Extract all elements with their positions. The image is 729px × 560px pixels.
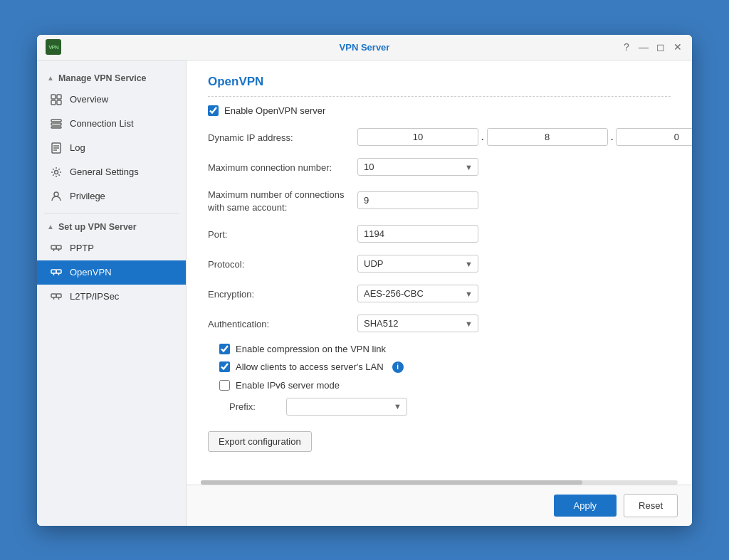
authentication-select[interactable]: SHA512 SHA256 SHA1 MD5 — [357, 315, 478, 332]
allow-clients-checkbox[interactable] — [219, 361, 230, 372]
svg-rect-18 — [56, 270, 61, 273]
window-title: VPN Server — [340, 42, 390, 53]
max-same-account-label: Maximum number of connections with same … — [208, 187, 357, 214]
enable-openvpn-label: Enable OpenVPN server — [224, 105, 325, 116]
authentication-group: Authentication: SHA512 SHA256 SHA1 MD5 ▼ — [208, 314, 671, 334]
enable-ipv6-label: Enable IPv6 server mode — [236, 380, 340, 391]
sidebar-label-connection: Connection List — [70, 118, 134, 129]
sidebar-label-l2tp: L2TP/IPSec — [70, 291, 119, 302]
authentication-select-wrapper: SHA512 SHA256 SHA1 MD5 ▼ — [357, 315, 478, 332]
setup-vpn-section: ▲ Set up VPN Server — [37, 218, 186, 236]
openvpn-icon — [50, 266, 63, 279]
ip-part-1[interactable] — [357, 128, 478, 146]
logo-icon: VPN — [46, 39, 61, 55]
max-same-account-input[interactable] — [357, 191, 478, 209]
svg-rect-13 — [51, 245, 56, 249]
sidebar-label-pptp: PPTP — [70, 243, 94, 253]
sidebar-label-openvpn: OpenVPN — [70, 267, 112, 278]
settings-icon — [50, 166, 63, 179]
ipv6-row: Enable IPv6 server mode — [208, 380, 671, 391]
chevron-icon: ▲ — [47, 74, 54, 82]
svg-rect-3 — [57, 100, 61, 105]
sidebar-item-openvpn[interactable]: OpenVPN — [37, 260, 186, 285]
help-button[interactable]: ? — [621, 41, 632, 53]
window-controls: ? — ◻ ✕ — [621, 41, 683, 53]
enable-openvpn-row: Enable OpenVPN server — [208, 105, 671, 116]
main-content: OpenVPN Enable OpenVPN server Dynamic IP… — [187, 60, 692, 526]
port-label: Port: — [208, 228, 357, 240]
max-connections-select[interactable]: 10 20 50 100 — [357, 158, 478, 176]
sidebar-item-l2tp[interactable]: L2TP/IPSec — [37, 285, 186, 309]
dynamic-ip-label: Dynamic IP address: — [208, 131, 357, 143]
enable-compression-checkbox[interactable] — [219, 344, 230, 354]
setup-vpn-label: Set up VPN Server — [58, 222, 137, 232]
sidebar-item-connection-list[interactable]: Connection List — [37, 112, 186, 136]
svg-rect-22 — [56, 294, 61, 297]
ip-dot-1: . — [481, 132, 484, 142]
export-configuration-button[interactable]: Export configuration — [208, 431, 312, 452]
allow-clients-info-icon[interactable]: i — [392, 361, 404, 373]
pptp-icon — [50, 242, 63, 255]
connection-icon — [50, 117, 63, 130]
max-connections-group: Maximum connection number: 10 20 50 100 … — [208, 157, 671, 177]
log-icon — [50, 142, 63, 154]
sidebar-divider — [44, 213, 179, 213]
port-input[interactable] — [357, 225, 478, 243]
svg-rect-17 — [51, 270, 56, 273]
encryption-group: Encryption: AES-256-CBC AES-128-CBC Blow… — [208, 284, 671, 304]
sidebar-label-log: Log — [70, 142, 85, 153]
svg-rect-21 — [51, 294, 56, 297]
svg-point-11 — [55, 170, 58, 174]
encryption-label: Encryption: — [208, 287, 357, 300]
max-same-account-group: Maximum number of connections with same … — [208, 187, 671, 214]
port-group: Port: — [208, 224, 671, 244]
sidebar-label-privilege: Privilege — [70, 191, 105, 201]
chevron-setup-icon: ▲ — [47, 223, 54, 231]
svg-point-12 — [54, 192, 58, 196]
footer-bar: Apply Reset — [187, 485, 692, 526]
sidebar-item-log[interactable]: Log — [37, 136, 186, 160]
svg-rect-6 — [51, 127, 61, 128]
sidebar-label-general-settings: General Settings — [70, 167, 139, 177]
manage-vpn-label: Manage VPN Service — [58, 73, 147, 83]
vpn-server-window: VPN VPN Server ? — ◻ ✕ ▲ Manage VPN Serv… — [37, 35, 692, 526]
app-body: ▲ Manage VPN Service Overview — [37, 60, 692, 526]
prefix-select-wrapper: ▼ — [286, 398, 407, 416]
sidebar-item-general-settings[interactable]: General Settings — [37, 160, 186, 184]
reset-button[interactable]: Reset — [624, 494, 678, 517]
dynamic-ip-group: Dynamic IP address: . . . 1 — [208, 127, 671, 147]
allow-clients-label: Allow clients to access server's LAN — [236, 361, 384, 372]
enable-ipv6-checkbox[interactable] — [219, 380, 230, 391]
protocol-group: Protocol: UDP TCP ▼ — [208, 254, 671, 274]
max-connections-select-wrapper: 10 20 50 100 ▼ — [357, 158, 478, 176]
prefix-row: Prefix: ▼ — [208, 398, 671, 416]
protocol-label: Protocol: — [208, 258, 357, 270]
max-connections-label: Maximum connection number: — [208, 161, 357, 173]
ip-part-3[interactable] — [616, 128, 692, 146]
encryption-select[interactable]: AES-256-CBC AES-128-CBC Blowfish-128 — [357, 285, 478, 302]
sidebar-item-pptp[interactable]: PPTP — [37, 236, 186, 260]
svg-rect-0 — [51, 95, 56, 99]
prefix-select[interactable] — [286, 398, 407, 416]
page-title: OpenVPN — [208, 75, 671, 97]
titlebar: VPN VPN Server ? — ◻ ✕ — [37, 35, 692, 60]
enable-openvpn-checkbox[interactable] — [208, 105, 219, 116]
protocol-select[interactable]: UDP TCP — [357, 255, 478, 273]
scrollbar[interactable] — [201, 480, 678, 485]
compression-row: Enable compression on the VPN link — [208, 344, 671, 354]
svg-rect-4 — [51, 120, 61, 122]
minimize-button[interactable]: — — [638, 41, 649, 53]
sidebar: ▲ Manage VPN Service Overview — [37, 60, 187, 526]
ip-part-2[interactable] — [487, 128, 608, 146]
ip-address-group: . . . 1 — [357, 128, 692, 146]
close-button[interactable]: ✕ — [672, 41, 683, 53]
maximize-button[interactable]: ◻ — [655, 41, 666, 53]
protocol-select-wrapper: UDP TCP ▼ — [357, 255, 478, 273]
l2tp-icon — [50, 290, 63, 303]
sidebar-item-overview[interactable]: Overview — [37, 88, 186, 112]
enable-compression-label: Enable compression on the VPN link — [236, 344, 386, 354]
prefix-label: Prefix: — [229, 401, 286, 412]
sidebar-label-overview: Overview — [70, 94, 108, 105]
sidebar-item-privilege[interactable]: Privilege — [37, 184, 186, 208]
apply-button[interactable]: Apply — [554, 495, 617, 517]
